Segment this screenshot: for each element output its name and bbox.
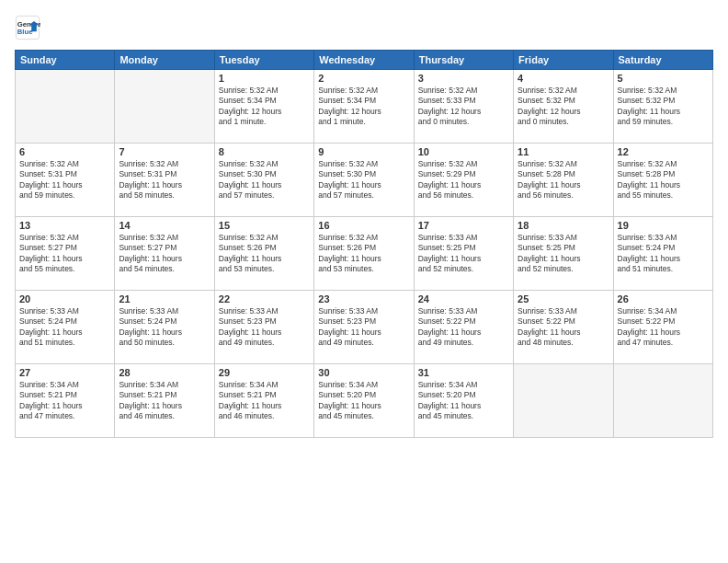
day-info: Sunrise: 5:32 AMSunset: 5:26 PMDaylight:…	[219, 233, 310, 275]
day-info: Sunrise: 5:33 AMSunset: 5:22 PMDaylight:…	[518, 306, 609, 349]
calendar-cell: 24Sunrise: 5:33 AMSunset: 5:22 PMDayligh…	[414, 291, 513, 364]
weekday-header: Sunday	[16, 51, 115, 70]
calendar-cell: 16Sunrise: 5:32 AMSunset: 5:26 PMDayligh…	[314, 217, 414, 291]
calendar-cell: 14Sunrise: 5:32 AMSunset: 5:27 PMDayligh…	[115, 217, 214, 291]
weekday-header: Thursday	[414, 51, 513, 70]
calendar-cell: 2Sunrise: 5:32 AMSunset: 5:34 PMDaylight…	[314, 70, 414, 144]
day-info: Sunrise: 5:32 AMSunset: 5:27 PMDaylight:…	[19, 233, 110, 275]
day-info: Sunrise: 5:33 AMSunset: 5:24 PMDaylight:…	[19, 306, 110, 349]
calendar-cell: 17Sunrise: 5:33 AMSunset: 5:25 PMDayligh…	[414, 217, 513, 291]
day-info: Sunrise: 5:33 AMSunset: 5:23 PMDaylight:…	[219, 306, 310, 349]
day-info: Sunrise: 5:32 AMSunset: 5:33 PMDaylight:…	[418, 86, 509, 128]
day-info: Sunrise: 5:32 AMSunset: 5:32 PMDaylight:…	[618, 86, 709, 128]
day-info: Sunrise: 5:34 AMSunset: 5:22 PMDaylight:…	[618, 306, 709, 349]
day-info: Sunrise: 5:32 AMSunset: 5:27 PMDaylight:…	[119, 233, 210, 275]
day-info: Sunrise: 5:34 AMSunset: 5:21 PMDaylight:…	[19, 380, 110, 422]
day-info: Sunrise: 5:34 AMSunset: 5:21 PMDaylight:…	[219, 380, 310, 422]
day-number: 20	[19, 293, 110, 304]
day-info: Sunrise: 5:33 AMSunset: 5:24 PMDaylight:…	[119, 306, 210, 349]
calendar-cell: 15Sunrise: 5:32 AMSunset: 5:26 PMDayligh…	[214, 217, 313, 291]
calendar-cell: 6Sunrise: 5:32 AMSunset: 5:31 PMDaylight…	[16, 144, 115, 217]
day-number: 18	[518, 220, 609, 231]
calendar-cell: 12Sunrise: 5:32 AMSunset: 5:28 PMDayligh…	[613, 144, 712, 217]
day-number: 15	[219, 220, 310, 231]
day-number: 30	[318, 367, 409, 378]
calendar-cell: 22Sunrise: 5:33 AMSunset: 5:23 PMDayligh…	[214, 291, 313, 364]
calendar-week-row: 6Sunrise: 5:32 AMSunset: 5:31 PMDaylight…	[16, 144, 713, 217]
day-number: 5	[618, 73, 709, 84]
day-info: Sunrise: 5:32 AMSunset: 5:34 PMDaylight:…	[318, 86, 409, 128]
weekday-header: Tuesday	[214, 51, 313, 70]
calendar-cell	[115, 70, 214, 144]
day-number: 4	[518, 73, 609, 84]
day-number: 11	[518, 146, 609, 157]
day-number: 16	[318, 220, 409, 231]
day-number: 29	[219, 367, 310, 378]
header: General Blue	[15, 15, 713, 40]
calendar-cell: 21Sunrise: 5:33 AMSunset: 5:24 PMDayligh…	[115, 291, 214, 364]
calendar-table: SundayMondayTuesdayWednesdayThursdayFrid…	[15, 50, 713, 438]
calendar-cell: 18Sunrise: 5:33 AMSunset: 5:25 PMDayligh…	[514, 217, 613, 291]
day-number: 27	[19, 367, 110, 378]
calendar-cell: 19Sunrise: 5:33 AMSunset: 5:24 PMDayligh…	[613, 217, 712, 291]
calendar-cell: 3Sunrise: 5:32 AMSunset: 5:33 PMDaylight…	[414, 70, 513, 144]
calendar-cell: 7Sunrise: 5:32 AMSunset: 5:31 PMDaylight…	[115, 144, 214, 217]
day-number: 25	[518, 293, 609, 304]
day-info: Sunrise: 5:34 AMSunset: 5:20 PMDaylight:…	[318, 380, 409, 422]
calendar-cell	[514, 364, 613, 438]
calendar-cell: 31Sunrise: 5:34 AMSunset: 5:20 PMDayligh…	[414, 364, 513, 438]
calendar-cell: 10Sunrise: 5:32 AMSunset: 5:29 PMDayligh…	[414, 144, 513, 217]
logo: General Blue	[15, 15, 42, 40]
day-number: 2	[318, 73, 409, 84]
calendar-cell: 9Sunrise: 5:32 AMSunset: 5:30 PMDaylight…	[314, 144, 414, 217]
weekday-header: Wednesday	[314, 51, 414, 70]
calendar-cell	[613, 364, 712, 438]
weekday-header: Friday	[514, 51, 613, 70]
day-number: 6	[19, 146, 110, 157]
calendar-header-row: SundayMondayTuesdayWednesdayThursdayFrid…	[16, 51, 713, 70]
day-info: Sunrise: 5:33 AMSunset: 5:24 PMDaylight:…	[618, 233, 709, 275]
calendar-cell: 30Sunrise: 5:34 AMSunset: 5:20 PMDayligh…	[314, 364, 414, 438]
calendar-week-row: 27Sunrise: 5:34 AMSunset: 5:21 PMDayligh…	[16, 364, 713, 438]
day-info: Sunrise: 5:32 AMSunset: 5:30 PMDaylight:…	[318, 159, 409, 201]
calendar-cell: 4Sunrise: 5:32 AMSunset: 5:32 PMDaylight…	[514, 70, 613, 144]
day-info: Sunrise: 5:32 AMSunset: 5:31 PMDaylight:…	[119, 159, 210, 201]
day-number: 28	[119, 367, 210, 378]
calendar-cell: 26Sunrise: 5:34 AMSunset: 5:22 PMDayligh…	[613, 291, 712, 364]
day-info: Sunrise: 5:32 AMSunset: 5:31 PMDaylight:…	[19, 159, 110, 201]
day-info: Sunrise: 5:33 AMSunset: 5:22 PMDaylight:…	[418, 306, 509, 349]
day-number: 8	[219, 146, 310, 157]
logo-icon: General Blue	[15, 15, 40, 40]
day-number: 3	[418, 73, 509, 84]
day-number: 31	[418, 367, 509, 378]
calendar-cell: 1Sunrise: 5:32 AMSunset: 5:34 PMDaylight…	[214, 70, 313, 144]
calendar-week-row: 20Sunrise: 5:33 AMSunset: 5:24 PMDayligh…	[16, 291, 713, 364]
calendar-cell: 28Sunrise: 5:34 AMSunset: 5:21 PMDayligh…	[115, 364, 214, 438]
day-number: 9	[318, 146, 409, 157]
day-info: Sunrise: 5:32 AMSunset: 5:30 PMDaylight:…	[219, 159, 310, 201]
calendar-cell	[16, 70, 115, 144]
calendar-cell: 27Sunrise: 5:34 AMSunset: 5:21 PMDayligh…	[16, 364, 115, 438]
day-number: 1	[219, 73, 310, 84]
day-info: Sunrise: 5:32 AMSunset: 5:29 PMDaylight:…	[418, 159, 509, 201]
day-info: Sunrise: 5:34 AMSunset: 5:20 PMDaylight:…	[418, 380, 509, 422]
day-info: Sunrise: 5:32 AMSunset: 5:34 PMDaylight:…	[219, 86, 310, 128]
calendar-cell: 25Sunrise: 5:33 AMSunset: 5:22 PMDayligh…	[514, 291, 613, 364]
day-number: 17	[418, 220, 509, 231]
day-info: Sunrise: 5:32 AMSunset: 5:26 PMDaylight:…	[318, 233, 409, 275]
day-number: 10	[418, 146, 509, 157]
calendar-cell: 11Sunrise: 5:32 AMSunset: 5:28 PMDayligh…	[514, 144, 613, 217]
calendar-cell: 29Sunrise: 5:34 AMSunset: 5:21 PMDayligh…	[214, 364, 313, 438]
weekday-header: Monday	[115, 51, 214, 70]
page: General Blue SundayMondayTuesdayWednesda…	[0, 0, 728, 563]
day-info: Sunrise: 5:32 AMSunset: 5:28 PMDaylight:…	[518, 159, 609, 201]
day-number: 26	[618, 293, 709, 304]
calendar-cell: 20Sunrise: 5:33 AMSunset: 5:24 PMDayligh…	[16, 291, 115, 364]
day-number: 21	[119, 293, 210, 304]
weekday-header: Saturday	[613, 51, 712, 70]
day-number: 13	[19, 220, 110, 231]
calendar-cell: 5Sunrise: 5:32 AMSunset: 5:32 PMDaylight…	[613, 70, 712, 144]
calendar-cell: 8Sunrise: 5:32 AMSunset: 5:30 PMDaylight…	[214, 144, 313, 217]
day-number: 22	[219, 293, 310, 304]
day-number: 19	[618, 220, 709, 231]
